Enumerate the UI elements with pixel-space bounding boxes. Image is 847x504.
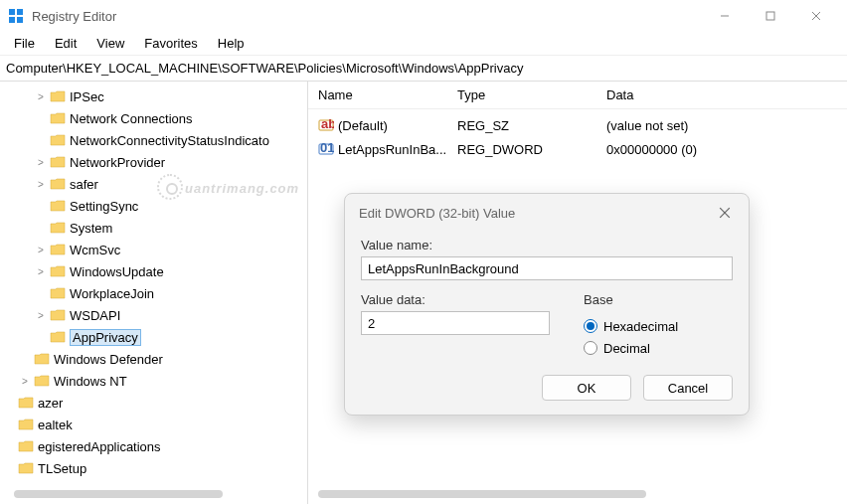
expander-icon[interactable]: > xyxy=(34,89,48,103)
cell-name: 011LetAppsRunInBa... xyxy=(318,141,457,157)
menu-favorites[interactable]: Favorites xyxy=(134,34,207,53)
folder-icon xyxy=(50,89,66,103)
tree-item-label: NetworkProvider xyxy=(70,155,165,170)
column-type[interactable]: Type xyxy=(457,87,606,102)
dialog-close-button[interactable] xyxy=(715,203,735,223)
folder-icon xyxy=(50,155,66,169)
expander-icon[interactable]: > xyxy=(34,308,48,322)
window-titlebar: Registry Editor xyxy=(0,0,847,32)
tree-item[interactable]: >Network Connections xyxy=(0,107,307,129)
tree-item-label: WcmSvc xyxy=(70,243,120,257)
close-button[interactable] xyxy=(793,0,839,32)
tree-item[interactable]: >WindowsUpdate xyxy=(0,260,307,282)
radio-dec-label: Decimal xyxy=(603,341,650,356)
dialog-titlebar: Edit DWORD (32-bit) Value xyxy=(345,194,749,232)
tree-view[interactable]: >IPSec>Network Connections>NetworkConnec… xyxy=(0,82,307,483)
folder-icon xyxy=(18,461,34,475)
column-name[interactable]: Name xyxy=(318,87,457,102)
cell-type: REG_SZ xyxy=(457,118,606,133)
maximize-button[interactable] xyxy=(748,0,793,32)
list-row[interactable]: ab(Default)REG_SZ(value not set) xyxy=(308,113,847,137)
tree-item[interactable]: >WSDAPI xyxy=(0,304,307,326)
menu-view[interactable]: View xyxy=(86,34,134,53)
folder-icon xyxy=(34,352,50,366)
string-value-icon: ab xyxy=(318,117,334,133)
svg-text:011: 011 xyxy=(320,141,334,155)
column-data[interactable]: Data xyxy=(606,87,847,102)
svg-rect-5 xyxy=(766,12,774,20)
tree-item-label: azer xyxy=(38,396,63,411)
tree-item[interactable]: >TLSetup xyxy=(0,457,307,479)
menu-file[interactable]: File xyxy=(4,34,45,53)
tree-item[interactable]: >Windows Defender xyxy=(0,348,307,370)
minimize-button[interactable] xyxy=(702,0,748,32)
tree-item[interactable]: >Windows NT xyxy=(0,370,307,392)
cancel-button[interactable]: Cancel xyxy=(643,375,733,401)
ok-button[interactable]: OK xyxy=(542,375,631,401)
expander-icon[interactable]: > xyxy=(34,243,48,256)
dialog-title: Edit DWORD (32-bit) Value xyxy=(359,206,515,221)
tree-item[interactable]: >AppPrivacy xyxy=(0,326,307,348)
folder-icon xyxy=(50,111,66,125)
radio-hexadecimal[interactable]: Hexadecimal xyxy=(584,315,733,337)
radio-hex-icon xyxy=(584,319,597,333)
tree-item[interactable]: >WorkplaceJoin xyxy=(0,282,307,304)
tree-item-label: Windows NT xyxy=(54,374,127,389)
tree-item[interactable]: >egisteredApplications xyxy=(0,435,307,457)
tree-horizontal-scrollbar[interactable] xyxy=(14,490,223,498)
folder-icon xyxy=(50,177,66,191)
expander-icon[interactable]: > xyxy=(18,374,32,388)
value-name-input[interactable] xyxy=(361,256,733,280)
tree-pane: >IPSec>Network Connections>NetworkConnec… xyxy=(0,82,308,504)
menu-help[interactable]: Help xyxy=(208,34,254,53)
tree-item[interactable]: >NetworkConnectivityStatusIndicato xyxy=(0,129,307,151)
tree-item[interactable]: >IPSec xyxy=(0,85,307,107)
cell-type: REG_DWORD xyxy=(457,142,606,157)
folder-icon xyxy=(50,308,66,322)
cell-name: ab(Default) xyxy=(318,117,457,133)
expander-icon[interactable]: > xyxy=(34,177,48,191)
address-bar[interactable]: Computer\HKEY_LOCAL_MACHINE\SOFTWARE\Pol… xyxy=(0,56,847,82)
tree-item-label: AppPrivacy xyxy=(70,329,141,346)
list-body[interactable]: ab(Default)REG_SZ(value not set)011LetAp… xyxy=(308,109,847,165)
folder-icon xyxy=(50,286,66,300)
tree-item[interactable]: >safer xyxy=(0,173,307,195)
tree-item[interactable]: >SettingSync xyxy=(0,195,307,217)
tree-item[interactable]: >NetworkProvider xyxy=(0,151,307,173)
folder-icon xyxy=(50,243,66,256)
tree-item-label: safer xyxy=(70,177,98,192)
window-controls xyxy=(702,0,839,32)
folder-icon xyxy=(34,374,50,388)
list-header: Name Type Data xyxy=(308,82,847,109)
tree-item-label: Windows Defender xyxy=(54,352,163,367)
tree-item-label: WSDAPI xyxy=(70,308,120,323)
edit-dword-dialog: Edit DWORD (32-bit) Value Value name: Va… xyxy=(344,193,750,416)
svg-text:ab: ab xyxy=(321,117,334,131)
svg-rect-3 xyxy=(17,17,23,23)
value-data-input[interactable] xyxy=(361,311,550,335)
tree-item-label: ealtek xyxy=(38,418,73,432)
radio-decimal[interactable]: Decimal xyxy=(584,337,733,359)
tree-item-label: System xyxy=(70,221,112,236)
radio-dec-icon xyxy=(584,341,597,355)
expander-icon[interactable]: > xyxy=(34,155,48,169)
tree-item-label: SettingSync xyxy=(70,199,138,214)
tree-item[interactable]: >WcmSvc xyxy=(0,239,307,260)
list-horizontal-scrollbar[interactable] xyxy=(318,490,646,498)
expander-icon[interactable]: > xyxy=(34,264,48,278)
tree-item-label: WorkplaceJoin xyxy=(70,286,154,301)
tree-item-label: egisteredApplications xyxy=(38,439,161,454)
list-row[interactable]: 011LetAppsRunInBa...REG_DWORD0x00000000 … xyxy=(308,137,847,161)
app-icon xyxy=(8,8,24,24)
folder-icon xyxy=(50,133,66,147)
svg-rect-2 xyxy=(9,17,15,23)
tree-item-label: Network Connections xyxy=(70,111,193,126)
tree-item[interactable]: >System xyxy=(0,217,307,239)
tree-item-label: WindowsUpdate xyxy=(70,264,164,279)
tree-item-label: NetworkConnectivityStatusIndicato xyxy=(70,133,269,148)
tree-item[interactable]: >ealtek xyxy=(0,414,307,435)
tree-item-label: TLSetup xyxy=(38,461,86,476)
menu-edit[interactable]: Edit xyxy=(45,34,86,53)
radio-hex-label: Hexadecimal xyxy=(603,319,678,334)
tree-item[interactable]: >azer xyxy=(0,392,307,414)
